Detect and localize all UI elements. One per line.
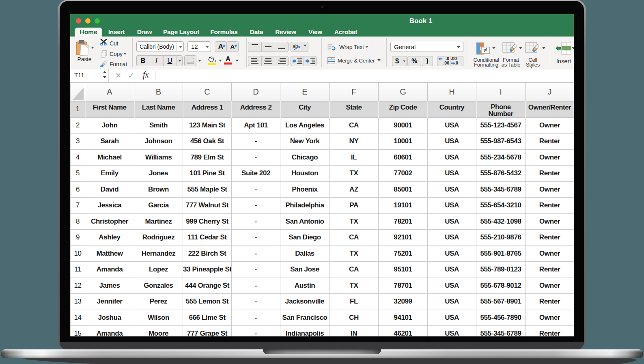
- svg-text:ab: ab: [293, 43, 298, 49]
